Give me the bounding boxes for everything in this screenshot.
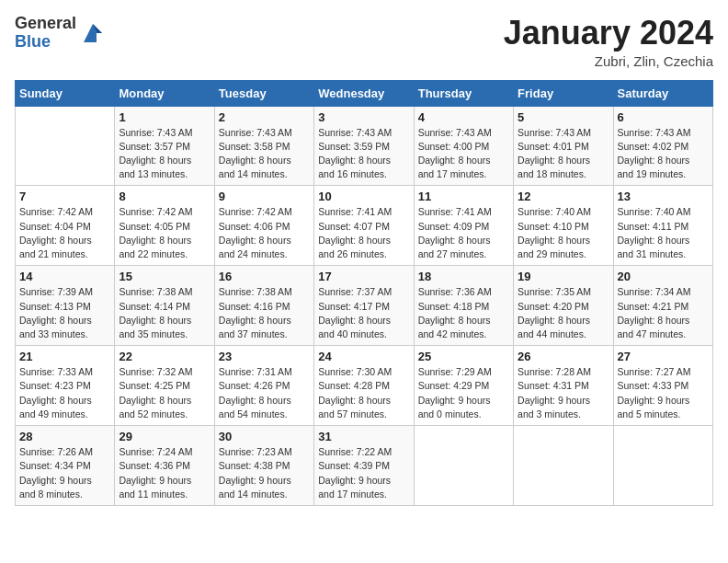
calendar-cell: 26Sunrise: 7:28 AMSunset: 4:31 PMDayligh… [514, 346, 613, 426]
day-number: 2 [219, 110, 310, 124]
day-number: 10 [318, 190, 409, 203]
calendar-cell: 29Sunrise: 7:24 AMSunset: 4:36 PMDayligh… [115, 426, 214, 506]
calendar-cell [613, 426, 712, 506]
calendar-cell [414, 426, 513, 506]
day-info: Sunrise: 7:42 AMSunset: 4:04 PMDaylight:… [19, 205, 110, 261]
calendar-cell: 11Sunrise: 7:41 AMSunset: 4:09 PMDayligh… [414, 186, 513, 266]
day-number: 14 [19, 270, 110, 283]
day-number: 18 [418, 270, 509, 283]
day-number: 3 [318, 110, 409, 124]
calendar-cell: 23Sunrise: 7:31 AMSunset: 4:26 PMDayligh… [214, 346, 313, 426]
day-number: 5 [518, 110, 609, 124]
day-info: Sunrise: 7:26 AMSunset: 4:34 PMDaylight:… [19, 445, 110, 501]
day-number: 16 [219, 270, 310, 283]
day-info: Sunrise: 7:43 AMSunset: 4:00 PMDaylight:… [418, 126, 509, 182]
day-info: Sunrise: 7:28 AMSunset: 4:31 PMDaylight:… [518, 365, 609, 421]
logo: General Blue [15, 15, 106, 52]
calendar-cell: 8Sunrise: 7:42 AMSunset: 4:05 PMDaylight… [115, 186, 214, 266]
day-number: 23 [219, 350, 310, 363]
day-info: Sunrise: 7:38 AMSunset: 4:14 PMDaylight:… [119, 285, 210, 341]
calendar-cell: 6Sunrise: 7:43 AMSunset: 4:02 PMDaylight… [613, 106, 712, 186]
month-title: January 2024 [504, 15, 713, 52]
day-info: Sunrise: 7:37 AMSunset: 4:17 PMDaylight:… [318, 285, 409, 341]
day-info: Sunrise: 7:35 AMSunset: 4:20 PMDaylight:… [518, 285, 609, 341]
calendar-cell: 18Sunrise: 7:36 AMSunset: 4:18 PMDayligh… [414, 266, 513, 346]
day-info: Sunrise: 7:40 AMSunset: 4:11 PMDaylight:… [618, 205, 709, 261]
day-number: 13 [618, 190, 709, 203]
calendar-cell: 27Sunrise: 7:27 AMSunset: 4:33 PMDayligh… [613, 346, 712, 426]
day-info: Sunrise: 7:43 AMSunset: 3:59 PMDaylight:… [318, 126, 409, 182]
day-number: 9 [219, 190, 310, 203]
weekday-header: Thursday [414, 80, 513, 106]
location-text: Zubri, Zlin, Czechia [504, 53, 713, 69]
day-info: Sunrise: 7:43 AMSunset: 3:57 PMDaylight:… [119, 126, 210, 182]
calendar-cell: 22Sunrise: 7:32 AMSunset: 4:25 PMDayligh… [115, 346, 214, 426]
day-info: Sunrise: 7:40 AMSunset: 4:10 PMDaylight:… [518, 205, 609, 261]
calendar-cell: 12Sunrise: 7:40 AMSunset: 4:10 PMDayligh… [514, 186, 613, 266]
day-number: 17 [318, 270, 409, 283]
calendar-week-row: 28Sunrise: 7:26 AMSunset: 4:34 PMDayligh… [16, 426, 713, 506]
calendar-cell: 2Sunrise: 7:43 AMSunset: 3:58 PMDaylight… [214, 106, 313, 186]
calendar-cell: 9Sunrise: 7:42 AMSunset: 4:06 PMDaylight… [214, 186, 313, 266]
day-number: 27 [618, 350, 709, 363]
weekday-header-row: SundayMondayTuesdayWednesdayThursdayFrid… [16, 80, 713, 106]
day-number: 28 [19, 430, 110, 443]
day-info: Sunrise: 7:43 AMSunset: 4:01 PMDaylight:… [518, 126, 609, 182]
calendar-cell: 30Sunrise: 7:23 AMSunset: 4:38 PMDayligh… [214, 426, 313, 506]
day-info: Sunrise: 7:42 AMSunset: 4:06 PMDaylight:… [219, 205, 310, 261]
calendar-week-row: 21Sunrise: 7:33 AMSunset: 4:23 PMDayligh… [16, 346, 713, 426]
day-info: Sunrise: 7:41 AMSunset: 4:09 PMDaylight:… [418, 205, 509, 261]
calendar-cell: 10Sunrise: 7:41 AMSunset: 4:07 PMDayligh… [314, 186, 414, 266]
calendar-cell [514, 426, 613, 506]
day-number: 24 [318, 350, 409, 363]
weekday-header: Wednesday [314, 80, 414, 106]
weekday-header: Friday [514, 80, 613, 106]
day-number: 7 [19, 190, 110, 203]
day-number: 11 [418, 190, 509, 203]
calendar-cell: 7Sunrise: 7:42 AMSunset: 4:04 PMDaylight… [16, 186, 115, 266]
day-info: Sunrise: 7:41 AMSunset: 4:07 PMDaylight:… [318, 205, 409, 261]
day-number: 26 [518, 350, 609, 363]
day-info: Sunrise: 7:23 AMSunset: 4:38 PMDaylight:… [219, 445, 310, 501]
day-info: Sunrise: 7:39 AMSunset: 4:13 PMDaylight:… [19, 285, 110, 341]
weekday-header: Saturday [613, 80, 712, 106]
calendar-week-row: 1Sunrise: 7:43 AMSunset: 3:57 PMDaylight… [16, 106, 713, 186]
day-number: 30 [219, 430, 310, 443]
day-info: Sunrise: 7:22 AMSunset: 4:39 PMDaylight:… [318, 445, 409, 501]
day-info: Sunrise: 7:32 AMSunset: 4:25 PMDaylight:… [119, 365, 210, 421]
day-number: 19 [518, 270, 609, 283]
day-number: 31 [318, 430, 409, 443]
calendar-cell: 13Sunrise: 7:40 AMSunset: 4:11 PMDayligh… [613, 186, 712, 266]
calendar-cell: 21Sunrise: 7:33 AMSunset: 4:23 PMDayligh… [16, 346, 115, 426]
calendar-cell: 1Sunrise: 7:43 AMSunset: 3:57 PMDaylight… [115, 106, 214, 186]
day-number: 1 [119, 110, 210, 124]
calendar-cell: 28Sunrise: 7:26 AMSunset: 4:34 PMDayligh… [16, 426, 115, 506]
logo-blue-text: Blue [15, 33, 76, 52]
day-number: 15 [119, 270, 210, 283]
day-number: 21 [19, 350, 110, 363]
day-info: Sunrise: 7:29 AMSunset: 4:29 PMDaylight:… [418, 365, 509, 421]
calendar-cell: 16Sunrise: 7:38 AMSunset: 4:16 PMDayligh… [214, 266, 313, 346]
weekday-header: Sunday [16, 80, 115, 106]
day-info: Sunrise: 7:31 AMSunset: 4:26 PMDaylight:… [219, 365, 310, 421]
day-number: 8 [119, 190, 210, 203]
calendar-cell: 17Sunrise: 7:37 AMSunset: 4:17 PMDayligh… [314, 266, 414, 346]
day-number: 4 [418, 110, 509, 124]
logo-general-text: General [15, 15, 76, 33]
day-number: 6 [618, 110, 709, 124]
weekday-header: Monday [115, 80, 214, 106]
calendar-cell: 15Sunrise: 7:38 AMSunset: 4:14 PMDayligh… [115, 266, 214, 346]
calendar-cell: 25Sunrise: 7:29 AMSunset: 4:29 PMDayligh… [414, 346, 513, 426]
day-number: 25 [418, 350, 509, 363]
calendar-cell: 4Sunrise: 7:43 AMSunset: 4:00 PMDaylight… [414, 106, 513, 186]
calendar-cell: 3Sunrise: 7:43 AMSunset: 3:59 PMDaylight… [314, 106, 414, 186]
day-number: 29 [119, 430, 210, 443]
day-info: Sunrise: 7:43 AMSunset: 3:58 PMDaylight:… [219, 126, 310, 182]
calendar-week-row: 14Sunrise: 7:39 AMSunset: 4:13 PMDayligh… [16, 266, 713, 346]
day-info: Sunrise: 7:34 AMSunset: 4:21 PMDaylight:… [618, 285, 709, 341]
day-info: Sunrise: 7:43 AMSunset: 4:02 PMDaylight:… [618, 126, 709, 182]
calendar-table: SundayMondayTuesdayWednesdayThursdayFrid… [15, 80, 713, 506]
page-header: General Blue January 2024 Zubri, Zlin, C… [15, 15, 713, 69]
day-info: Sunrise: 7:24 AMSunset: 4:36 PMDaylight:… [119, 445, 210, 501]
calendar-week-row: 7Sunrise: 7:42 AMSunset: 4:04 PMDaylight… [16, 186, 713, 266]
